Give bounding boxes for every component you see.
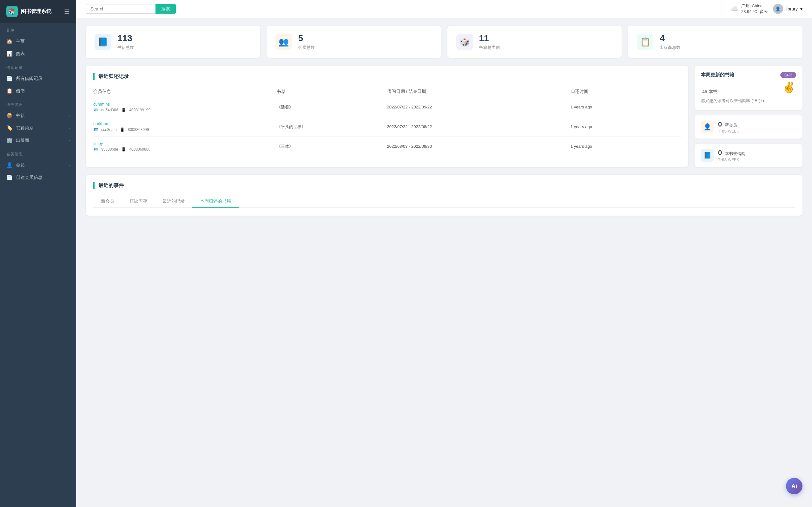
members-stat-icon: 👥 [275, 34, 292, 50]
stats-row: 📘 113 书籍总数 👥 5 会员总数 🎲 11 书籍总类别 [86, 26, 803, 58]
page-content: 📘 113 书籍总数 👥 5 会员总数 🎲 11 书籍总类别 [76, 18, 812, 507]
new-members-label: 新会员 [725, 123, 737, 127]
stat-card-publishers: 📋 4 出版商总数 [628, 26, 803, 58]
books-stat-icon: 📘 [95, 34, 111, 50]
books-stat-info: 113 书籍总数 [117, 33, 134, 50]
sidebar-item-borrow[interactable]: 📋 借书 [0, 84, 76, 97]
member-meta-1: 🪪 de54d066 📱 4008199199 [93, 108, 277, 112]
peace-emoji: ✌️ [782, 82, 796, 94]
categories-stat-label: 书籍总类别 [479, 45, 500, 50]
col-member: 会员信息 [93, 89, 277, 95]
col-book: 书籍 [277, 89, 387, 95]
categories-stat-icon: 🎲 [456, 34, 473, 50]
menu-toggle-btn[interactable]: ☰ [64, 8, 70, 15]
user-info[interactable]: 👤 library ▾ [773, 4, 803, 14]
categories-icon: 🏷️ [6, 125, 13, 131]
return-time-1: 1 years ago [570, 105, 680, 109]
weekly-desc: 感兴趣的读者可以来借阅哦 (ᵔᴥᵔ)ﾉ♦ [701, 98, 796, 104]
chevron-right-icon-3: › [68, 138, 70, 143]
menu-section-label: 菜单 [0, 23, 76, 35]
tab-shortage[interactable]: 短缺库存 [122, 195, 155, 208]
publishers-stat-info: 4 出版商总数 [660, 33, 680, 50]
member-info-3: tinley 🪪 95888bde 📱 4008869888 [93, 141, 277, 152]
books-borrowed-count-row: 0 本书被借阅 [718, 149, 745, 157]
date-range-2: 2022/07/22 - 2022/08/22 [387, 124, 570, 129]
ai-button[interactable]: Ai [786, 478, 803, 494]
user-name: library [786, 6, 798, 11]
member-manage-label: 会员管理 [0, 147, 76, 159]
date-range-1: 2022/07/22 - 2022/09/22 [387, 105, 570, 109]
search-box: 搜索 [86, 4, 176, 14]
create-member-icon: 📄 [6, 174, 13, 180]
weather-location: 广州, China [741, 3, 768, 9]
member-id-2: cce8eafe [101, 127, 117, 132]
members-stat-info: 5 会员总数 [298, 33, 315, 50]
id-icon-2: 🪪 [93, 127, 98, 132]
weather-info: ☁️ 广州, China 23.94 °C, 多云 [730, 3, 768, 14]
table-row: cummins 🪪 de54d066 📱 4008199199 《活着》 202… [93, 97, 680, 117]
chevron-right-icon: › [68, 114, 70, 118]
return-records-card: 最近归还记录 会员信息 书籍 借阅日期 / 结束日期 归还时间 cummins … [86, 66, 688, 167]
weather-temp: 23.94 °C, 多云 [741, 9, 768, 14]
weekly-title: 本周更新的书籍 [701, 72, 734, 78]
sidebar-item-books[interactable]: 📦 书籍 › [0, 109, 76, 122]
sidebar-item-book-categories[interactable]: 🏷️ 书籍类别 › [0, 122, 76, 134]
sidebar-item-members[interactable]: 👤 会员 › [0, 159, 76, 171]
col-date: 借阅日期 / 结束日期 [387, 89, 570, 95]
sidebar-item-home[interactable]: 🏠 主页 [0, 35, 76, 48]
categories-stat-info: 11 书籍总类别 [479, 33, 500, 50]
sidebar-item-create-member[interactable]: 📄 创建会员信息 [0, 171, 76, 183]
id-icon-1: 🪪 [93, 108, 98, 112]
tab-weekly-return[interactable]: 本周归还的书籍 [192, 195, 239, 208]
stat-card-categories: 🎲 11 书籍总类别 [447, 26, 622, 58]
sidebar-item-publishers[interactable]: 🏢 出版商 › [0, 134, 76, 147]
new-members-row: 👤 0 新会员 THIS WEEK [701, 120, 796, 133]
col-return-time: 归还时间 [570, 89, 680, 95]
sidebar-item-create-member-label: 创建会员信息 [16, 175, 43, 180]
weekly-percent-badge: 34% [780, 72, 796, 78]
book-title-1: 《活着》 [277, 104, 387, 110]
sidebar-logo: 📚 图书管理系统 ☰ [0, 0, 76, 23]
sidebar-item-borrow-records-label: 所有借阅记录 [16, 76, 43, 81]
weekly-header: 本周更新的书籍 34% [701, 72, 796, 78]
search-input[interactable] [86, 4, 155, 14]
books-borrowed-label: 本书被借阅 [725, 151, 745, 156]
search-button[interactable]: 搜索 [155, 4, 176, 14]
tab-new-members[interactable]: 新会员 [93, 195, 122, 208]
sidebar-item-members-label: 会员 [16, 162, 25, 168]
events-title: 最近的事件 [93, 182, 795, 189]
sidebar-item-publishers-label: 出版商 [16, 137, 29, 143]
stat-card-books: 📘 113 书籍总数 [86, 26, 260, 58]
chevron-right-icon-2: › [68, 126, 70, 130]
new-members-count-row: 0 新会员 [718, 120, 739, 128]
publishers-stat-icon: 📋 [637, 34, 653, 50]
sidebar-item-categories-label: 书籍类别 [16, 125, 34, 131]
weekly-books-card: 本周更新的书籍 34% 45本书 ✌️ 感兴趣的读者可以来借阅哦 (ᵔᴥᵔ)ﾉ♦ [695, 66, 803, 110]
phone-icon-1: 📱 [121, 108, 126, 112]
user-dropdown-icon: ▾ [800, 6, 803, 11]
sidebar-item-chart[interactable]: 📊 图表 [0, 48, 76, 60]
chart-icon: 📊 [6, 51, 13, 57]
members-icon: 👤 [6, 162, 13, 168]
chevron-right-icon-4: › [68, 163, 70, 167]
member-id-3: 95888bde [101, 147, 118, 152]
member-info-2: burkhard 🪪 cce8eafe 📱 8008308999 [93, 121, 277, 132]
books-borrowed-sub: THIS WEEK [718, 158, 745, 162]
id-icon-3: 🪪 [93, 147, 98, 152]
books-stat-label: 书籍总数 [117, 45, 134, 50]
sidebar-item-books-label: 书籍 [16, 113, 25, 119]
publishers-icon: 🏢 [6, 137, 13, 143]
books-borrowed-card: 📘 0 本书被借阅 THIS WEEK [695, 144, 803, 167]
header: 搜索 ☁️ 广州, China 23.94 °C, 多云 👤 library ▾ [76, 0, 812, 18]
member-name-1[interactable]: cummins [93, 102, 277, 107]
member-name-3[interactable]: tinley [93, 141, 277, 146]
member-name-2[interactable]: burkhard [93, 121, 277, 126]
avatar: 👤 [773, 4, 783, 14]
book-manage-label: 图书管理 [0, 97, 76, 109]
new-members-count: 0 [718, 120, 722, 128]
stat-card-members: 👥 5 会员总数 [266, 26, 441, 58]
home-icon: 🏠 [6, 38, 13, 44]
tab-recent-records[interactable]: 最近的记录 [155, 195, 192, 208]
sidebar-item-borrow-records[interactable]: 📄 所有借阅记录 [0, 72, 76, 84]
borrow-section-label: 借阅记录 [0, 60, 76, 72]
